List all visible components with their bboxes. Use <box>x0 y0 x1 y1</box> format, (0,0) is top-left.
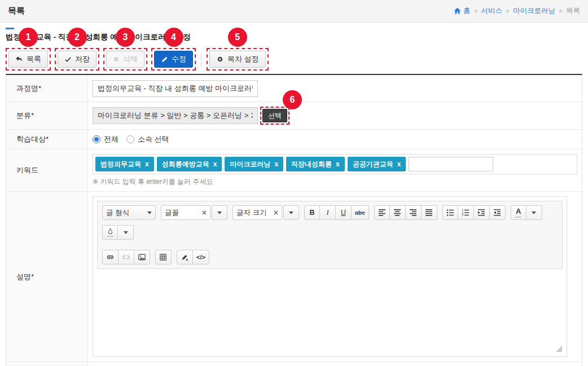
breadcrumb: 홈 서비스 마이크로러닝 목록 <box>454 6 580 16</box>
clear-size-icon[interactable]: × <box>274 209 278 217</box>
keyword-tag[interactable]: 마이크로러닝 x <box>225 157 283 171</box>
keyword-tag[interactable]: 직장내성희롱 x <box>286 157 345 171</box>
target-dept-radio[interactable] <box>126 135 134 143</box>
page-title: 목록 <box>8 6 25 16</box>
align-center-icon <box>393 209 401 217</box>
thumbnail-row: 썸네일 선택 파일 템플릿 <box>6 362 582 366</box>
highlight-color-button[interactable] <box>102 225 118 240</box>
home-icon <box>454 7 461 15</box>
toolbar-divider <box>201 53 201 68</box>
font-family-input[interactable]: 글꼴 × <box>161 205 210 220</box>
highlight-color-dropdown-button[interactable] <box>118 225 134 240</box>
chevron-down-icon <box>289 211 293 214</box>
page-header: 목록 홈 서비스 마이크로러닝 목록 <box>0 0 588 23</box>
bullet-list-button[interactable] <box>442 205 458 220</box>
edit-button[interactable]: 수정 <box>154 51 193 68</box>
font-color-button[interactable]: A <box>511 205 526 220</box>
breadcrumb-home[interactable]: 홈 <box>454 6 471 16</box>
align-right-button[interactable] <box>406 205 422 220</box>
align-justify-button[interactable] <box>422 205 437 220</box>
indent-icon <box>477 209 485 217</box>
edit-button-annotation: 4 수정 <box>151 48 196 70</box>
italic-button[interactable]: I <box>320 205 336 220</box>
font-size-dropdown-button[interactable] <box>283 205 299 220</box>
check-icon <box>64 56 72 63</box>
remove-tag-icon[interactable]: x <box>274 160 278 168</box>
toc-settings-button[interactable]: 목차 설정 <box>209 51 266 68</box>
pencil-icon <box>161 56 168 63</box>
annotation-badge-4: 4 <box>164 28 183 47</box>
remove-tag-icon[interactable]: x <box>397 160 401 168</box>
align-left-icon <box>378 209 386 217</box>
annotation-badge-1: 1 <box>19 28 38 47</box>
strikethrough-button[interactable]: abc <box>352 205 369 220</box>
x-icon <box>113 56 120 63</box>
category-row: 분류* 6 선택 <box>6 102 582 130</box>
insert-link-button[interactable] <box>102 250 119 264</box>
category-select-annotation: 6 선택 <box>260 107 289 125</box>
course-subtitle-block: 법정의무교육 - 직장 내 성희롱 예방 마이크로러닝 과정 <box>6 27 582 42</box>
delete-button[interactable]: 삭제 <box>106 51 144 68</box>
svg-text:3: 3 <box>462 214 464 217</box>
align-right-icon <box>409 209 417 217</box>
numbered-list-button[interactable]: 123 <box>458 205 474 220</box>
align-left-button[interactable] <box>374 205 390 220</box>
underline-button[interactable]: U <box>336 205 352 220</box>
remove-tag-icon[interactable]: x <box>213 160 217 168</box>
eraser-icon <box>181 253 189 261</box>
target-all-label: 전체 <box>104 134 119 144</box>
target-all-radio[interactable] <box>93 135 100 143</box>
back-arrow-icon <box>15 55 23 63</box>
insert-image-button[interactable] <box>134 250 150 264</box>
insert-table-button[interactable] <box>155 250 172 264</box>
breadcrumb-service[interactable]: 서비스 <box>481 6 503 16</box>
category-select-button[interactable]: 선택 <box>262 109 287 122</box>
code-view-button[interactable]: </> <box>193 250 209 264</box>
remove-tag-icon[interactable]: x <box>336 160 340 168</box>
breadcrumb-current: 목록 <box>566 6 580 16</box>
resize-handle[interactable] <box>556 346 562 352</box>
chevron-down-icon <box>532 211 536 214</box>
unlink-icon <box>122 253 130 261</box>
keywords-label: 키워드 <box>6 149 88 191</box>
save-button-annotation: 2 저장 <box>55 48 99 70</box>
category-label: 분류* <box>6 102 88 129</box>
font-color-group: A <box>511 205 542 220</box>
bold-button[interactable]: B <box>304 205 320 220</box>
table-icon <box>159 253 168 261</box>
keyword-tag[interactable]: 성희롱예방교육 x <box>157 157 222 171</box>
list-button[interactable]: 목록 <box>8 51 48 68</box>
font-family-dropdown-button[interactable] <box>212 205 227 220</box>
chevron-down-icon <box>217 211 222 214</box>
list-indent-group: 123 <box>442 205 506 220</box>
font-size-combo: 글자 크기 × <box>232 205 299 220</box>
font-color-dropdown-button[interactable] <box>526 205 542 220</box>
highlight-color-group <box>102 225 134 240</box>
list-button-annotation: 1 목록 <box>6 48 51 70</box>
keyword-tag[interactable]: 공공기관교육 x <box>348 157 406 171</box>
clear-font-icon[interactable]: × <box>202 209 207 217</box>
learning-target-row: 학습대상* 전체 소속 선택 <box>6 130 582 149</box>
delete-button-annotation: 3 삭제 <box>103 48 147 70</box>
description-label: 설명* <box>6 192 88 361</box>
remove-tag-icon[interactable]: x <box>145 160 149 168</box>
outdent-icon <box>493 209 501 217</box>
thumbnail-label: 썸네일 선택 <box>6 362 88 366</box>
paragraph-format-select[interactable]: 글 형식 <box>102 205 156 220</box>
course-name-input[interactable] <box>93 80 258 97</box>
keyword-input[interactable] <box>409 157 493 171</box>
keywords-row: 키워드 법정의무교육 x 성희롱예방교육 x 마이크로러닝 x <box>6 149 582 192</box>
align-center-button[interactable] <box>390 205 406 220</box>
outdent-button[interactable] <box>490 205 506 220</box>
link-icon <box>106 253 115 261</box>
breadcrumb-microlearning[interactable]: 마이크로러닝 <box>513 6 555 16</box>
editor-content-area[interactable] <box>97 269 563 352</box>
keyword-tag[interactable]: 법정의무교육 x <box>95 157 154 171</box>
clear-format-button[interactable] <box>177 250 193 264</box>
indent-button[interactable] <box>474 205 490 220</box>
learning-target-label: 학습대상* <box>6 130 88 149</box>
remove-link-button[interactable] <box>119 250 134 264</box>
font-size-input[interactable]: 글자 크기 × <box>232 205 282 220</box>
category-path-input <box>93 107 258 124</box>
save-button[interactable]: 저장 <box>58 51 96 68</box>
